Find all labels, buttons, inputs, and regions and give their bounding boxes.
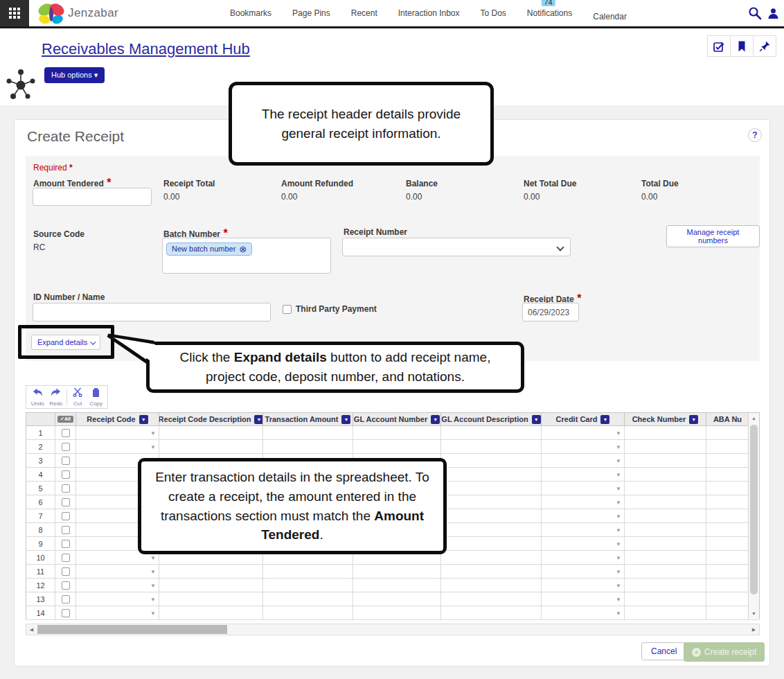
cancel-button[interactable]: Cancel: [641, 642, 686, 660]
nav-item-calendar[interactable]: Calendar: [593, 12, 627, 21]
cell-dropdown-icon[interactable]: ▼: [616, 471, 621, 477]
nav-item-interaction-inbox[interactable]: Interaction Inbox: [398, 8, 460, 18]
cell-dropdown-icon[interactable]: ▼: [616, 430, 621, 436]
cell-dropdown-icon[interactable]: ▼: [616, 457, 621, 464]
nav-item-page-pins[interactable]: Page Pins: [292, 8, 330, 18]
cell-dropdown-icon[interactable]: ▼: [150, 430, 156, 436]
filter-icon[interactable]: ▼: [689, 415, 698, 424]
cell-aba-nu[interactable]: [706, 468, 749, 481]
redo-button[interactable]: Redo: [47, 387, 66, 407]
cell-dropdown-icon[interactable]: ▼: [150, 568, 156, 574]
create-receipt-button[interactable]: + Create receipt: [684, 642, 765, 662]
filter-icon[interactable]: ▼: [139, 415, 148, 424]
cell-credit-card[interactable]: ▼: [542, 482, 625, 495]
row-checkbox[interactable]: [62, 609, 70, 617]
tasks-button[interactable]: [707, 35, 731, 57]
cell-gl-account-number[interactable]: [353, 592, 441, 606]
row-checkbox[interactable]: [62, 429, 70, 437]
cell-aba-nu[interactable]: [706, 495, 749, 509]
cell-dropdown-icon[interactable]: ▼: [150, 610, 156, 616]
cell-receipt-code-description[interactable]: [159, 426, 263, 439]
hub-options-button[interactable]: Hub options ▾: [44, 67, 105, 83]
cell-check-number[interactable]: [625, 440, 706, 453]
pin-button[interactable]: [753, 35, 776, 57]
expand-details-button[interactable]: Expand details: [31, 335, 100, 350]
cell-credit-card[interactable]: ▼: [542, 468, 625, 481]
manage-receipt-numbers-button[interactable]: Manage receipt numbers: [666, 225, 760, 247]
cell-check-number[interactable]: [625, 537, 706, 550]
filter-icon[interactable]: ▼: [341, 415, 350, 424]
cell-check-number[interactable]: [625, 426, 706, 439]
cell-check-number[interactable]: [625, 523, 706, 536]
cell-gl-account-description[interactable]: [441, 579, 542, 592]
cell-dropdown-icon[interactable]: ▼: [616, 540, 621, 547]
cell-aba-nu[interactable]: [706, 537, 749, 550]
cell-dropdown-icon[interactable]: ▼: [616, 596, 621, 602]
filter-icon[interactable]: ▼: [532, 415, 541, 424]
row-checkbox[interactable]: [62, 457, 70, 465]
cell-aba-nu[interactable]: [706, 454, 749, 467]
cell-check-number[interactable]: [625, 592, 706, 606]
id-number-input[interactable]: [33, 303, 271, 321]
cell-gl-account-number[interactable]: [353, 440, 441, 453]
cell-credit-card[interactable]: ▼: [542, 565, 625, 578]
row-checkbox[interactable]: [62, 443, 70, 451]
cell-transaction-amount[interactable]: [263, 592, 353, 606]
cell-receipt-code[interactable]: ▼: [76, 565, 159, 578]
row-checkbox[interactable]: [62, 512, 70, 520]
batch-number-input[interactable]: New batch number ⊗: [162, 238, 331, 274]
scroll-right-icon[interactable]: ▶: [749, 624, 759, 635]
undo-button[interactable]: Undo: [28, 387, 47, 407]
batch-number-chip[interactable]: New batch number ⊗: [166, 242, 252, 256]
cell-dropdown-icon[interactable]: ▼: [616, 513, 621, 519]
cell-gl-account-number[interactable]: [353, 426, 441, 439]
cell-dropdown-icon[interactable]: ▼: [616, 485, 621, 491]
nav-item-to-dos[interactable]: To Dos: [481, 8, 506, 18]
nav-item-bookmarks[interactable]: Bookmarks: [230, 8, 271, 18]
cell-gl-account-description[interactable]: [441, 537, 542, 550]
cell-gl-account-number[interactable]: [353, 579, 441, 592]
cell-check-number[interactable]: [625, 579, 706, 592]
cell-receipt-code[interactable]: ▼: [76, 440, 159, 453]
cell-gl-account-description[interactable]: [441, 440, 542, 453]
scroll-left-icon[interactable]: ◀: [26, 624, 37, 635]
copy-button[interactable]: Copy: [87, 387, 105, 407]
cell-credit-card[interactable]: ▼: [542, 551, 625, 564]
row-checkbox[interactable]: [62, 554, 70, 562]
cell-check-number[interactable]: [625, 495, 706, 509]
cell-check-number[interactable]: [625, 606, 706, 619]
cell-check-number[interactable]: [625, 551, 706, 564]
page-title-link[interactable]: Receivables Management Hub: [42, 40, 250, 58]
receipt-number-select[interactable]: [342, 238, 571, 256]
cell-gl-account-description[interactable]: [441, 592, 542, 606]
cell-aba-nu[interactable]: [706, 426, 749, 439]
vertical-scroll-thumb[interactable]: [750, 425, 758, 594]
cell-aba-nu[interactable]: [706, 440, 749, 453]
cell-gl-account-description[interactable]: [441, 482, 542, 495]
bookmark-button[interactable]: [730, 35, 754, 57]
cell-gl-account-description[interactable]: [441, 565, 542, 578]
cell-dropdown-icon[interactable]: ▼: [616, 554, 621, 561]
nav-item-recent[interactable]: Recent: [351, 8, 377, 18]
cell-receipt-code[interactable]: ▼: [76, 579, 159, 592]
cell-transaction-amount[interactable]: [263, 440, 353, 453]
receipt-date-input[interactable]: [522, 303, 579, 321]
cell-dropdown-icon[interactable]: ▼: [616, 610, 621, 616]
filter-icon[interactable]: ▼: [600, 415, 609, 424]
cell-credit-card[interactable]: ▼: [542, 426, 625, 439]
remove-chip-icon[interactable]: ⊗: [239, 245, 247, 254]
cell-check-number[interactable]: [625, 482, 706, 495]
cell-aba-nu[interactable]: [706, 482, 749, 495]
cell-receipt-code[interactable]: ▼: [76, 592, 159, 606]
nav-item-notifications[interactable]: Notifications74: [527, 8, 572, 18]
cell-receipt-code-description[interactable]: [159, 606, 263, 619]
cell-dropdown-icon[interactable]: ▼: [616, 582, 621, 588]
row-checkbox[interactable]: [62, 498, 70, 506]
cell-gl-account-description[interactable]: [441, 509, 542, 522]
cell-dropdown-icon[interactable]: ▼: [616, 527, 621, 533]
cell-dropdown-icon[interactable]: ▼: [150, 443, 156, 450]
horizontal-scroll-thumb[interactable]: [37, 625, 227, 634]
cell-gl-account-description[interactable]: [441, 426, 542, 439]
cell-gl-account-description[interactable]: [441, 495, 542, 509]
cell-gl-account-number[interactable]: [353, 606, 441, 619]
